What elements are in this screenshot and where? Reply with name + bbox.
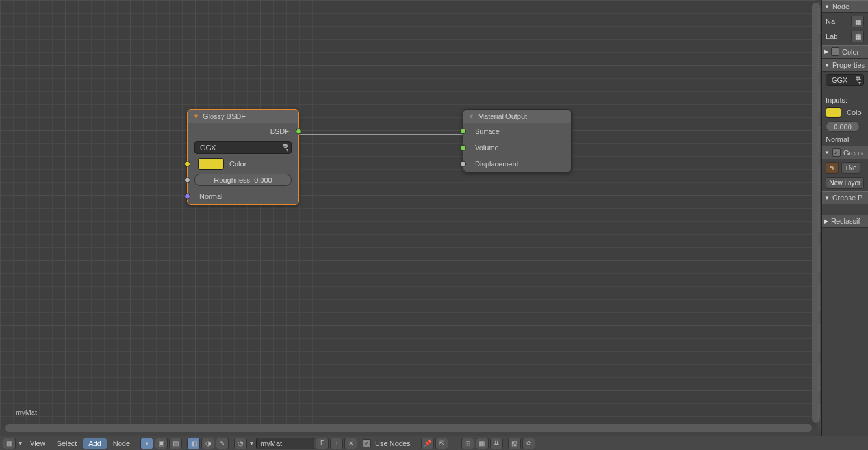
backdrop-button[interactable]: ▧ [508,438,521,449]
node-material-output[interactable]: ▼ Material Output Surface Volume Displac… [463,109,572,172]
node-menu[interactable]: Node [108,438,135,449]
volume-input-row: Volume [463,139,571,155]
color-input-row: Color [188,155,298,172]
output-bsdf-label: BSDF [270,127,289,135]
bsdf-output-socket[interactable] [296,128,301,134]
use-nodes-checkbox[interactable]: ✓ [363,439,371,447]
copy-nodes-button[interactable]: ⇊ [490,438,503,449]
dropdown-arrows-icon: ▴▾ [858,76,861,85]
snap-type-button[interactable]: ▦ [476,438,489,449]
pencil-icon[interactable]: ✎ [826,162,839,174]
material-browse-chevron-icon[interactable]: ▾ [248,438,255,449]
displacement-label: Displacement [475,160,518,168]
sidebar-roughness-field[interactable]: 0.000 [826,121,860,132]
roughness-field[interactable]: Roughness: 0.000 [194,174,292,186]
fake-user-button[interactable]: F [316,438,329,449]
collapse-triangle-icon[interactable]: ▼ [193,113,199,120]
node-title: Glossy BSDF [203,112,246,120]
bottom-toolbar: ▦ ▾ View Select Add Node ● ▣ ▤ ◧ ◑ ✎ ◔ ▾… [0,436,868,450]
roughness-input-row: Roughness: 0.000 [188,172,298,188]
go-parent-button[interactable]: ⇱ [435,438,448,449]
normal-label: Normal [199,192,222,200]
node-glossy-bsdf[interactable]: ▼ Glossy BSDF BSDF GGX ▴▾ Color Roughnes… [187,109,299,205]
label-icon-button[interactable]: ▦ [851,31,864,42]
material-name-field[interactable]: myMat [256,438,314,449]
properties-sidebar: ▼Node Na▦ Lab▦ ▶Color ▼Properties GGX ▴▾… [821,0,868,450]
node-connection [298,130,466,139]
output-bsdf-row: BSDF [188,123,298,139]
unlink-material-button[interactable]: ✕ [344,438,357,449]
displacement-input-row: Displacement [463,155,571,172]
distribution-dropdown[interactable]: GGX ▴▾ [194,141,292,154]
add-menu[interactable]: Add [83,438,107,449]
editor-type-chevron-icon[interactable]: ▾ [17,438,23,449]
color-label: Color [229,160,246,168]
sidebar-distribution-dropdown[interactable]: GGX ▴▾ [826,74,864,86]
editor-type-icon[interactable]: ▦ [3,438,16,449]
material-name-overlay: myMat [16,408,37,416]
dropdown-arrows-icon: ▴▾ [286,143,288,152]
reclassify-panel-header[interactable]: ▶Reclassif [822,215,868,228]
new-layer-button[interactable]: New Layer [826,177,864,189]
volume-label: Volume [475,144,499,152]
view-menu[interactable]: View [25,438,51,449]
shader-type-object-icon[interactable]: ● [140,438,153,449]
normal-input-row: Normal [188,188,298,204]
color-input-socket[interactable] [185,161,190,166]
new-grease-button[interactable]: +Ne [841,162,860,174]
snap-button[interactable]: ⊞ [461,438,474,449]
tree-type-compositor-icon[interactable]: ◑ [201,438,214,449]
select-menu[interactable]: Select [52,438,83,449]
color-panel-header[interactable]: ▶Color [822,45,868,59]
grease-pencil-panel-header[interactable]: ▼Grease P [822,191,868,204]
sidebar-color-swatch[interactable] [826,107,841,118]
add-material-button[interactable]: + [330,438,343,449]
name-icon-button[interactable]: ▦ [851,16,864,27]
node-header[interactable]: ▼ Glossy BSDF [188,110,298,123]
collapse-triangle-icon[interactable]: ▼ [468,113,474,120]
node-panel-header[interactable]: ▼Node [822,0,868,13]
distribution-row: GGX ▴▾ [188,139,298,155]
color-checkbox[interactable] [831,47,839,56]
grease-checkbox[interactable]: ✓ [832,148,841,157]
node-editor-canvas[interactable]: myMat ▼ Glossy BSDF BSDF GGX ▴▾ Color [0,0,816,429]
normal-input-socket[interactable] [185,193,190,199]
properties-panel-header[interactable]: ▼Properties [822,59,868,72]
shader-type-world-icon[interactable]: ▣ [155,438,168,449]
surface-input-socket[interactable] [460,128,466,134]
displacement-input-socket[interactable] [460,161,466,166]
pin-button[interactable]: 📌 [421,438,434,449]
roughness-input-socket[interactable] [185,177,190,183]
node-title: Material Output [478,112,527,120]
tree-type-texture-icon[interactable]: ✎ [216,438,229,449]
node-header[interactable]: ▼ Material Output [463,110,571,123]
material-slot-icon[interactable]: ◔ [234,438,247,449]
tree-type-shader-icon[interactable]: ◧ [187,438,200,449]
surface-label: Surface [475,127,500,135]
shader-type-line-icon[interactable]: ▤ [169,438,182,449]
horizontal-scrollbar[interactable] [5,424,812,432]
surface-input-row: Surface [463,123,571,139]
use-nodes-label: Use Nodes [372,438,415,449]
color-swatch[interactable] [198,158,224,170]
grease-panel-header[interactable]: ▼✓Greas [822,146,868,159]
volume-input-socket[interactable] [460,144,466,150]
auto-render-button[interactable]: ⟳ [522,438,535,449]
